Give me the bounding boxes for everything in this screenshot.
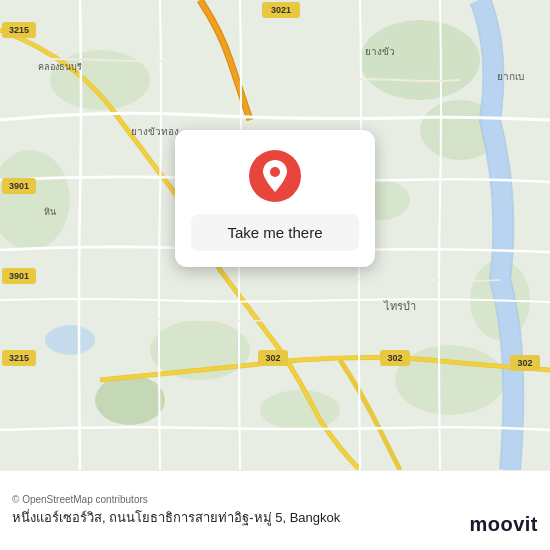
take-me-there-button[interactable]: Take me there <box>191 214 359 251</box>
svg-text:ยากเบ: ยากเบ <box>497 71 524 82</box>
location-name: หนึ่งแอร์เซอร์วิส, ถนนโยธาธิการสายท่าอิฐ… <box>12 509 538 527</box>
svg-text:3021: 3021 <box>271 5 291 15</box>
svg-point-7 <box>95 375 165 425</box>
svg-text:3215: 3215 <box>9 353 29 363</box>
osm-credit: © OpenStreetMap contributors <box>12 494 538 505</box>
moovit-text: moovit <box>469 513 538 536</box>
svg-point-35 <box>270 167 280 177</box>
svg-text:3901: 3901 <box>9 271 29 281</box>
svg-text:คลองธนบุรี: คลองธนบุรี <box>38 62 82 73</box>
moovit-logo: moovit <box>469 513 538 536</box>
location-card: Take me there <box>175 130 375 267</box>
svg-text:3215: 3215 <box>9 25 29 35</box>
location-pin-icon <box>249 150 301 202</box>
svg-text:302: 302 <box>387 353 402 363</box>
svg-text:ยางขัว: ยางขัว <box>365 46 395 57</box>
svg-text:302: 302 <box>265 353 280 363</box>
svg-point-1 <box>360 20 480 100</box>
app: 3021 3215 3215 3901 3901 302 302 302 ยาง… <box>0 0 550 550</box>
svg-point-11 <box>45 325 95 355</box>
location-line1: หนึ่งแอร์เซอร์วิส, ถนนโยธาธิการสายท่าอิฐ… <box>12 510 286 525</box>
map-container: 3021 3215 3215 3901 3901 302 302 302 ยาง… <box>0 0 550 470</box>
svg-text:ยางขัวทอง: ยางขัวทอง <box>131 126 179 137</box>
location-line2: Bangkok <box>290 510 341 525</box>
svg-text:หิน: หิน <box>44 207 56 217</box>
svg-text:ไทรบำ: ไทรบำ <box>383 300 416 312</box>
svg-text:302: 302 <box>517 358 532 368</box>
svg-point-9 <box>395 345 505 415</box>
svg-text:3901: 3901 <box>9 181 29 191</box>
svg-point-8 <box>260 390 340 430</box>
bottom-bar: © OpenStreetMap contributors หนึ่งแอร์เซ… <box>0 470 550 550</box>
